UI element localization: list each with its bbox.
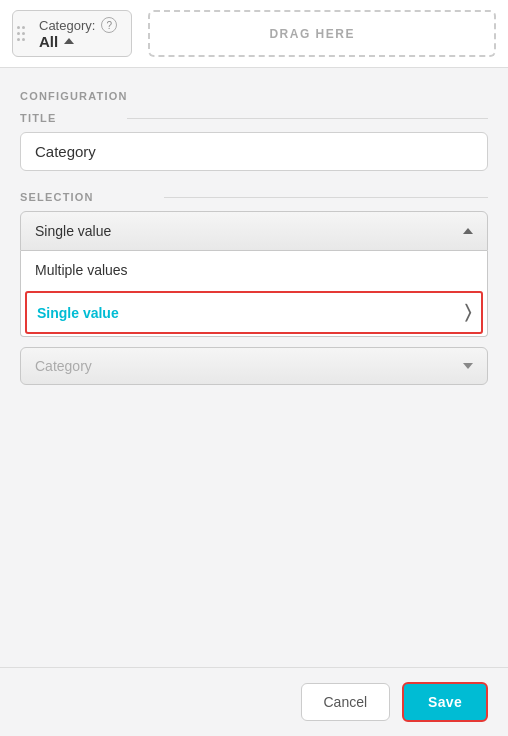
help-icon[interactable]: ? [101, 17, 117, 33]
category-value-row: All [39, 33, 117, 50]
title-input[interactable] [20, 132, 488, 171]
dropdown-list: Multiple values Single value 〉 [20, 251, 488, 337]
single-value-label: Single value [37, 305, 119, 321]
dropdown-option-single[interactable]: Single value 〉 [25, 291, 483, 334]
selection-label: SELECTION [20, 191, 94, 203]
category-widget[interactable]: Category: ? All [12, 10, 132, 57]
save-button[interactable]: Save [402, 682, 488, 722]
chevron-down-icon [463, 363, 473, 369]
dropdown-trigger[interactable]: Single value [20, 211, 488, 251]
cancel-button[interactable]: Cancel [301, 683, 391, 721]
sub-category-dropdown[interactable]: Category [20, 347, 488, 385]
selection-divider [164, 197, 488, 198]
chevron-up-icon-dropdown [463, 228, 473, 234]
title-label: TITLE [20, 112, 57, 124]
selection-section: SELECTION Single value Multiple values S… [20, 191, 488, 385]
drag-handle [13, 11, 29, 56]
cursor-icon: 〉 [465, 302, 471, 323]
category-value: All [39, 33, 58, 50]
top-bar: Category: ? All DRAG HERE [0, 0, 508, 68]
category-label: Category: [39, 18, 95, 33]
page-wrapper: Category: ? All DRAG HERE CONFIGURATION … [0, 0, 508, 736]
selection-dropdown[interactable]: Single value Multiple values Single valu… [20, 211, 488, 337]
title-section: TITLE [20, 112, 488, 124]
sub-dropdown-value: Category [35, 358, 92, 374]
drag-filter-area: DRAG HERE [148, 10, 496, 57]
drag-area-text: DRAG HERE [269, 27, 375, 41]
dropdown-selected-label: Single value [35, 223, 111, 239]
title-input-wrapper [20, 132, 488, 171]
category-label-row: Category: ? [39, 17, 117, 33]
footer: Cancel Save [0, 667, 508, 736]
config-panel: CONFIGURATION TITLE SELECTION Single val… [0, 68, 508, 667]
dropdown-option-multiple[interactable]: Multiple values [21, 251, 487, 289]
chevron-up-icon [64, 38, 74, 44]
configuration-section-label: CONFIGURATION [20, 68, 488, 112]
title-divider [127, 118, 488, 119]
